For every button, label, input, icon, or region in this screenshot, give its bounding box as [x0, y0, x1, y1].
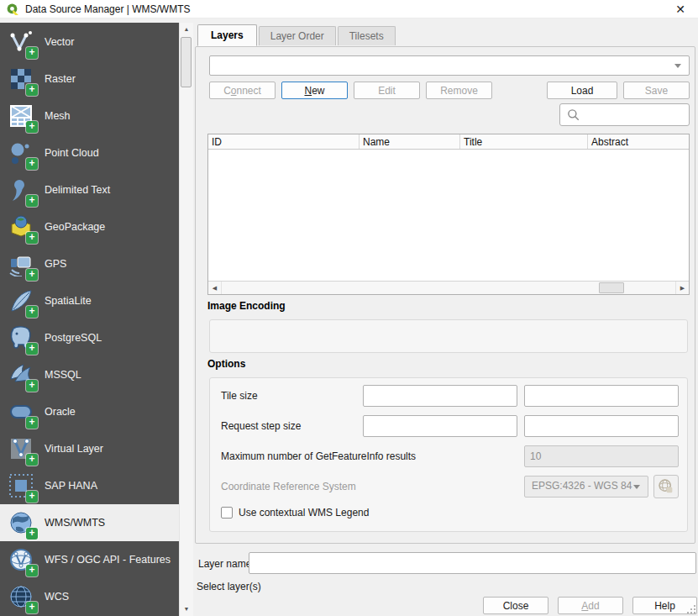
load-button[interactable]: Load	[547, 82, 617, 99]
edit-button[interactable]: Edit	[354, 82, 420, 99]
table-horizontal-scrollbar[interactable]: ◀ ▶	[208, 281, 689, 294]
column-header-name[interactable]: Name	[359, 134, 460, 149]
request-step-width-field[interactable]	[364, 416, 517, 436]
sidebar-item-wms-wmts[interactable]: +WMS/WMTS	[0, 504, 179, 541]
column-header-title[interactable]: Title	[460, 134, 588, 149]
close-button[interactable]: Close	[483, 597, 548, 614]
add-plus-badge: +	[26, 565, 38, 577]
gps-icon: +	[8, 251, 34, 276]
request-step-height-field[interactable]	[525, 416, 678, 436]
sidebar-item-postgresql[interactable]: +PostgreSQL	[0, 319, 179, 356]
title-bar[interactable]: Data Source Manager | WMS/WMTS ✕	[0, 0, 698, 18]
connect-button[interactable]: Connect	[209, 82, 276, 99]
sidebar-item-point-cloud[interactable]: +Point Cloud	[0, 134, 179, 171]
sidebar-item-delimited-text[interactable]: +Delimited Text	[0, 171, 179, 208]
tab-layer-order[interactable]: Layer Order	[259, 26, 336, 45]
sidebar-item-oracle[interactable]: +Oracle	[0, 393, 179, 430]
save-button[interactable]: Save	[623, 82, 690, 99]
sidebar-item-gps[interactable]: +GPS	[0, 245, 179, 282]
point-cloud-icon: +	[8, 140, 34, 166]
crs-picker-button[interactable]	[653, 475, 679, 498]
add-button[interactable]: Add	[558, 597, 623, 614]
scroll-right-icon[interactable]: ▶	[675, 282, 689, 294]
add-plus-badge: +	[26, 306, 38, 318]
oracle-icon: +	[8, 399, 34, 424]
layer-name-label: Layer name	[198, 558, 251, 570]
sidebar-item-label: GPS	[45, 258, 66, 270]
scroll-up-icon[interactable]: ▲	[180, 24, 193, 35]
table-scrollbar-thumb[interactable]	[599, 282, 624, 293]
layers-table-body[interactable]	[208, 150, 689, 281]
sidebar-item-label: Vector	[45, 36, 74, 48]
geopackage-icon: +	[8, 214, 34, 240]
add-plus-badge: +	[26, 380, 38, 392]
sidebar-item-geopackage[interactable]: +GeoPackage	[0, 208, 179, 245]
tab-layers[interactable]: Layers	[197, 24, 257, 46]
tile-size-label: Tile size	[221, 390, 258, 402]
request-step-size-label: Request step size	[221, 420, 301, 432]
sidebar-scrollbar[interactable]: ▲ ▼	[179, 23, 193, 616]
data-source-manager-window: Data Source Manager | WMS/WMTS ✕ +Vector…	[0, 0, 698, 616]
add-plus-badge: +	[26, 84, 38, 96]
sidebar-item-label: Virtual Layer	[45, 443, 103, 455]
search-input[interactable]	[585, 107, 698, 124]
sidebar-item-label: WCS	[45, 591, 69, 603]
add-plus-badge: +	[26, 158, 38, 170]
scroll-left-icon[interactable]: ◀	[208, 282, 222, 294]
tile-size-height-field-wrap	[524, 385, 679, 407]
sidebar-item-label: WMS/WMTS	[45, 517, 105, 529]
mesh-icon: +	[8, 103, 34, 129]
spatialite-icon: +	[8, 288, 34, 313]
add-plus-badge: +	[26, 417, 38, 429]
sidebar-item-sap-hana[interactable]: +SAP HANA	[0, 467, 179, 504]
use-contextual-wms-legend-checkbox[interactable]	[221, 507, 233, 519]
sidebar-item-label: PostgreSQL	[45, 332, 102, 344]
column-header-id[interactable]: ID	[208, 134, 359, 149]
new-button[interactable]: New	[281, 82, 348, 99]
chevron-down-icon	[674, 64, 681, 68]
source-type-sidebar: +Vector+Raster+Mesh+Point Cloud+Delimite…	[0, 23, 179, 616]
crs-label: Coordinate Reference System	[221, 481, 356, 492]
chevron-down-icon	[633, 485, 640, 489]
sidebar-item-mesh[interactable]: +Mesh	[0, 97, 179, 134]
tab-tilesets[interactable]: Tilesets	[338, 26, 396, 45]
image-encoding-group	[209, 319, 688, 353]
sidebar-item-label: Point Cloud	[45, 147, 99, 159]
delimited-text-icon: +	[8, 177, 34, 203]
sidebar-item-mssql[interactable]: +MSSQL	[0, 356, 179, 393]
window-title: Data Source Manager | WMS/WMTS	[25, 3, 191, 15]
tile-size-height-field[interactable]	[525, 386, 678, 406]
use-contextual-wms-legend-label: Use contextual WMS Legend	[239, 507, 369, 519]
column-header-abstract[interactable]: Abstract	[588, 134, 689, 149]
max-getfeatureinfo-field-wrap	[524, 445, 679, 467]
request-step-width-field-wrap	[363, 415, 517, 437]
resize-grip[interactable]	[686, 604, 696, 614]
sidebar-item-wfs-ogc-api-features[interactable]: +WFS / OGC API - Features	[0, 541, 179, 578]
scroll-down-icon[interactable]: ▼	[180, 603, 193, 615]
image-encoding-title: Image Encoding	[207, 300, 286, 312]
layer-name-field[interactable]	[249, 553, 695, 573]
add-plus-badge: +	[26, 47, 38, 59]
connection-select[interactable]	[209, 55, 690, 76]
tile-size-width-field[interactable]	[364, 386, 517, 406]
sidebar-scrollbar-thumb[interactable]	[181, 37, 192, 87]
sidebar-item-spatialite[interactable]: +SpatiaLite	[0, 282, 179, 319]
sidebar-item-wcs[interactable]: +WCS	[0, 578, 179, 615]
postgresql-icon: +	[8, 325, 34, 350]
add-plus-badge: +	[26, 121, 38, 133]
add-plus-badge: +	[26, 602, 38, 613]
layers-table-header: IDNameTitleAbstract	[208, 134, 689, 150]
remove-button[interactable]: Remove	[426, 82, 492, 99]
vector-icon: +	[8, 29, 34, 55]
add-plus-badge: +	[26, 528, 38, 540]
sidebar-item-label: SpatiaLite	[45, 295, 92, 307]
layers-table: IDNameTitleAbstract ◀ ▶	[207, 134, 690, 295]
sidebar-item-vector[interactable]: +Vector	[0, 24, 179, 61]
close-icon[interactable]: ✕	[671, 0, 690, 18]
sidebar-item-virtual-layer[interactable]: +Virtual Layer	[0, 430, 179, 467]
wcs-icon: +	[8, 584, 34, 609]
raster-icon: +	[8, 66, 34, 92]
layer-name-field-wrap	[249, 552, 696, 574]
crs-select[interactable]: EPSG:4326 - WGS 84	[524, 476, 648, 498]
sidebar-item-raster[interactable]: +Raster	[0, 61, 179, 97]
